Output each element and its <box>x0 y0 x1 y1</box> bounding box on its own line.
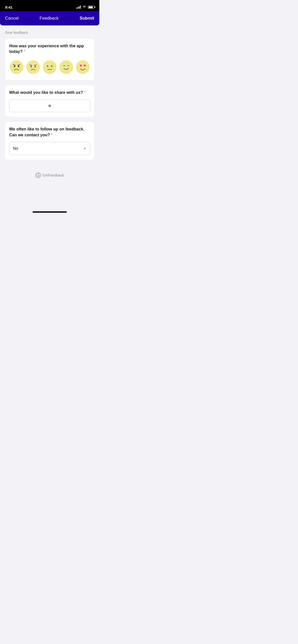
svg-point-9 <box>35 66 36 67</box>
input-cursor <box>48 105 51 107</box>
contact-dropdown[interactable]: No ▼ <box>9 142 90 155</box>
svg-point-15 <box>76 60 90 74</box>
home-indicator <box>33 211 67 213</box>
battery-icon <box>88 6 94 9</box>
svg-point-11 <box>47 65 48 67</box>
chevron-down-icon: ▼ <box>83 147 86 150</box>
cancel-button[interactable]: Cancel <box>5 16 19 21</box>
required-star-2: * <box>84 90 86 95</box>
contact-dropdown-card: We often like to follow up on feedback. … <box>5 122 94 160</box>
emoji-sad[interactable] <box>26 60 40 75</box>
question2-label: What would you like to share with us? * <box>9 90 90 95</box>
footer: GetFeedback <box>5 165 94 183</box>
status-time: 9:41 <box>5 5 12 9</box>
dropdown-selected-value: No <box>13 146 18 151</box>
status-icons <box>76 5 94 9</box>
svg-point-14 <box>59 60 73 74</box>
svg-point-16 <box>36 173 41 178</box>
svg-point-5 <box>26 60 40 74</box>
status-bar: 9:41 <box>0 0 99 11</box>
emoji-rating-card: How was your experience with the app tod… <box>5 39 94 80</box>
text-input-card: What would you like to share with us? * <box>5 85 94 117</box>
submit-button[interactable]: Submit <box>79 16 94 21</box>
svg-point-4 <box>18 65 19 67</box>
question3-label: We often like to follow up on feedback. … <box>9 126 90 138</box>
emoji-row <box>9 59 90 76</box>
emoji-angry[interactable] <box>9 60 24 75</box>
emoji-love[interactable] <box>75 60 90 75</box>
svg-point-12 <box>51 65 52 67</box>
svg-point-3 <box>14 65 15 67</box>
getfeedback-logo-icon <box>35 172 41 178</box>
nav-bar: Cancel Feedback Submit <box>0 11 99 25</box>
question1-label: How was your experience with the app tod… <box>9 43 90 55</box>
required-star-1: * <box>24 49 25 54</box>
wifi-icon <box>82 5 86 9</box>
section-label: Give feedback <box>5 31 94 35</box>
share-text-input[interactable] <box>9 99 90 112</box>
nav-title: Feedback <box>39 16 59 21</box>
emoji-happy[interactable] <box>59 60 74 75</box>
content-area: Give feedback How was your experience wi… <box>0 25 99 215</box>
svg-point-8 <box>31 66 32 67</box>
emoji-neutral[interactable] <box>42 60 57 75</box>
footer-brand: GetFeedback <box>43 173 64 177</box>
signal-icon <box>76 6 81 9</box>
svg-point-0 <box>10 60 23 74</box>
required-star-3: * <box>51 133 52 137</box>
svg-point-10 <box>43 60 57 74</box>
